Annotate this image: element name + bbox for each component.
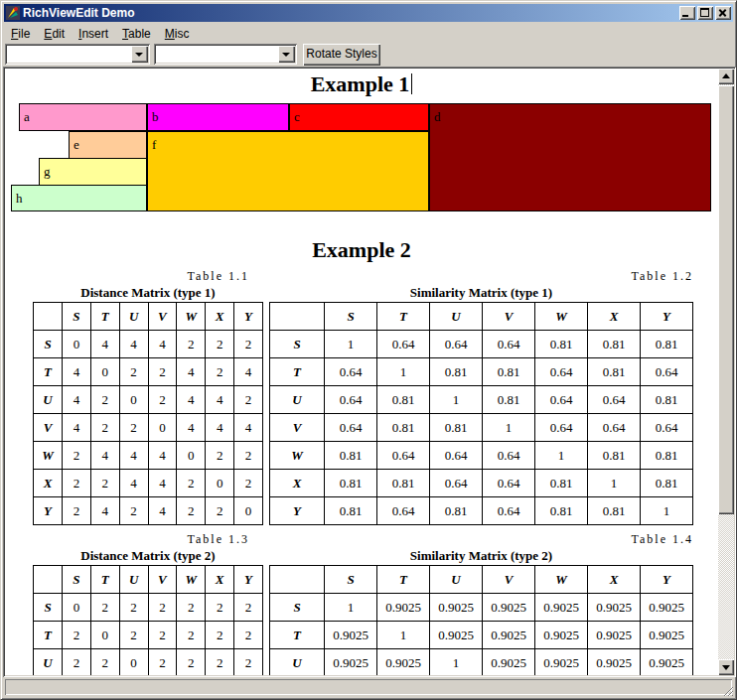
matrix-cell[interactable]: 0 [63, 331, 91, 358]
matrix-cell[interactable]: 2 [234, 649, 263, 676]
row-header-S[interactable]: S [270, 594, 325, 622]
matrix-cell[interactable]: 0.9025 [588, 649, 641, 676]
row-header-T[interactable]: T [34, 358, 63, 386]
matrix-cell[interactable]: 4 [206, 386, 234, 414]
corner-cell[interactable] [34, 566, 63, 594]
matrix-cell[interactable]: 1 [325, 331, 377, 358]
matrix-cell[interactable]: 2 [63, 442, 91, 470]
matrix-cell[interactable]: 2 [177, 470, 206, 497]
matrix-cell[interactable]: 0.64 [588, 414, 641, 442]
col-header-X[interactable]: X [588, 303, 641, 331]
col-header-S[interactable]: S [325, 566, 377, 594]
matrix-cell[interactable]: 2 [206, 622, 234, 649]
matrix-cell[interactable]: 1 [588, 470, 641, 497]
matrix-cell[interactable]: 0.81 [430, 497, 483, 525]
row-header-W[interactable]: W [270, 442, 325, 470]
col-header-W[interactable]: W [535, 303, 588, 331]
color-block-d[interactable]: d [429, 103, 711, 211]
matrix-cell[interactable]: 0.9025 [641, 622, 693, 649]
matrix-cell[interactable]: 0.81 [641, 386, 693, 414]
matrix-cell[interactable]: 2 [206, 649, 234, 676]
matrix-cell[interactable]: 4 [119, 331, 148, 358]
row-header-U[interactable]: U [34, 649, 63, 676]
col-header-T[interactable]: T [90, 303, 119, 331]
col-header-W[interactable]: W [177, 566, 206, 594]
matrix-cell[interactable]: 0.81 [377, 470, 430, 497]
col-header-S[interactable]: S [63, 566, 91, 594]
col-header-V[interactable]: V [483, 303, 535, 331]
matrix-cell[interactable]: 0.81 [325, 470, 377, 497]
close-button[interactable] [715, 6, 731, 20]
matrix-cell[interactable]: 2 [206, 442, 234, 470]
matrix-cell[interactable]: 0.81 [641, 442, 693, 470]
matrix-cell[interactable]: 0.9025 [641, 649, 693, 676]
matrix-cell[interactable]: 4 [206, 414, 234, 442]
matrix-cell[interactable]: 0 [63, 594, 91, 622]
matrix-cell[interactable]: 0 [177, 442, 206, 470]
matrix-cell[interactable]: 2 [63, 470, 91, 497]
matrix-cell[interactable]: 0.64 [325, 414, 377, 442]
matrix-cell[interactable]: 2 [119, 358, 148, 386]
matrix-cell[interactable]: 0.64 [325, 358, 377, 386]
row-header-S[interactable]: S [34, 594, 63, 622]
matrix-cell[interactable]: 0.64 [430, 442, 483, 470]
matrix-cell[interactable]: 1 [377, 358, 430, 386]
second-combo-value[interactable] [156, 46, 278, 63]
matrix-cell[interactable]: 0.81 [430, 414, 483, 442]
menu-file[interactable]: File [4, 25, 37, 43]
matrix-cell[interactable]: 2 [148, 622, 177, 649]
matrix-cell[interactable]: 4 [177, 414, 206, 442]
style-combo-value[interactable] [7, 46, 131, 63]
matrix-cell[interactable]: 0.9025 [535, 649, 588, 676]
matrix-cell[interactable]: 0.9025 [377, 594, 430, 622]
col-header-T[interactable]: T [90, 566, 119, 594]
matrix-cell[interactable]: 0.81 [588, 331, 641, 358]
matrix-cell[interactable]: 0.81 [377, 386, 430, 414]
col-header-V[interactable]: V [148, 303, 177, 331]
matrix-cell[interactable]: 2 [177, 649, 206, 676]
col-header-X[interactable]: X [206, 303, 234, 331]
scroll-down-button[interactable] [718, 659, 734, 675]
matrix-cell[interactable]: 0.81 [535, 331, 588, 358]
minimize-button[interactable] [679, 6, 695, 20]
menu-edit[interactable]: Edit [37, 25, 72, 43]
matrix-cell[interactable]: 0.81 [430, 358, 483, 386]
scrollbar-thumb[interactable] [718, 85, 734, 514]
matrix-cell[interactable]: 4 [148, 497, 177, 525]
matrix-cell[interactable]: 0.81 [588, 442, 641, 470]
matrix-cell[interactable]: 2 [206, 358, 234, 386]
matrix-cell[interactable]: 2 [63, 649, 91, 676]
corner-cell[interactable] [270, 566, 325, 594]
col-header-W[interactable]: W [177, 303, 206, 331]
col-header-Y[interactable]: Y [234, 303, 263, 331]
matrix-cell[interactable]: 2 [148, 649, 177, 676]
matrix-cell[interactable]: 2 [119, 594, 148, 622]
col-header-S[interactable]: S [325, 303, 377, 331]
matrix-cell[interactable]: 0.64 [641, 358, 693, 386]
col-header-S[interactable]: S [63, 303, 91, 331]
menu-misc[interactable]: Misc [158, 25, 197, 43]
matrix-cell[interactable]: 2 [90, 594, 119, 622]
row-header-S[interactable]: S [34, 331, 63, 358]
matrix-cell[interactable]: 2 [63, 622, 91, 649]
row-header-Y[interactable]: Y [34, 497, 63, 525]
matrix-cell[interactable]: 0.64 [641, 414, 693, 442]
matrix-cell[interactable]: 0.64 [430, 331, 483, 358]
matrix-cell[interactable]: 0.9025 [430, 622, 483, 649]
matrix-cell[interactable]: 2 [177, 331, 206, 358]
matrix-cell[interactable]: 2 [234, 442, 263, 470]
matrix-cell[interactable]: 0.81 [641, 331, 693, 358]
matrix-cell[interactable]: 4 [148, 470, 177, 497]
row-header-T[interactable]: T [34, 622, 63, 649]
color-block-b[interactable]: b [147, 103, 289, 131]
corner-cell[interactable] [34, 303, 63, 331]
matrix-cell[interactable]: 2 [234, 331, 263, 358]
matrix-cell[interactable]: 2 [119, 622, 148, 649]
matrix-cell[interactable]: 1 [535, 442, 588, 470]
matrix-cell[interactable]: 0 [90, 358, 119, 386]
matrix-cell[interactable]: 0.9025 [535, 622, 588, 649]
matrix-cell[interactable]: 2 [234, 622, 263, 649]
matrix-cell[interactable]: 1 [430, 386, 483, 414]
matrix-cell[interactable]: 0.9025 [377, 649, 430, 676]
matrix-cell[interactable]: 0.64 [588, 386, 641, 414]
